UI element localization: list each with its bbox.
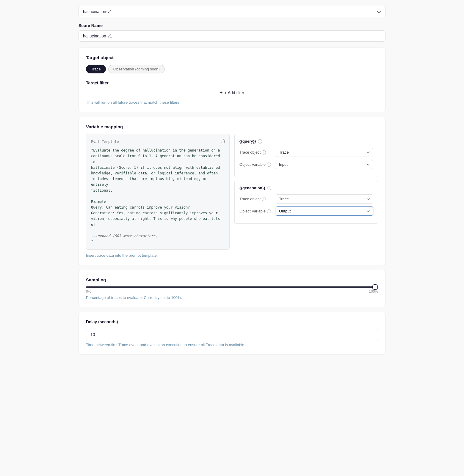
delay-card: Delay (seconds) Time between first Trace…: [79, 312, 385, 354]
target-object-card: Target object Trace Observation (coming …: [79, 48, 385, 112]
variable-query-name: {{query}} i: [239, 139, 373, 144]
generation-trace-object-label: Trace object i: [239, 197, 272, 201]
toggle-observation[interactable]: Observation (coming soon): [108, 65, 165, 73]
query-object-variable-label: Object Variable i: [239, 162, 272, 167]
variable-generation-name: {{generation}} i: [239, 186, 373, 190]
svg-rect-0: [222, 140, 225, 143]
generation-trace-object-select[interactable]: Trace Span Generation: [276, 194, 373, 204]
generation-object-variable-label: Object Variable i: [239, 209, 272, 213]
query-info-icon[interactable]: i: [258, 139, 262, 144]
insert-hint: Insert trace data into the prompt templa…: [86, 253, 378, 258]
query-object-variable-info-icon[interactable]: i: [267, 163, 271, 167]
sampling-title: Sampling: [86, 277, 378, 282]
variable-cards: {{query}} i Trace object i Trace Span Ge…: [234, 134, 378, 224]
generation-object-variable-row: Object Variable i Input Output Metadata: [239, 207, 373, 216]
generation-trace-object-row: Trace object i Trace Span Generation: [239, 194, 373, 204]
top-dropdown-value: hallucination-v1: [83, 9, 112, 14]
generation-trace-object-info-icon[interactable]: i: [262, 197, 266, 201]
query-trace-object-select[interactable]: Trace Span Generation: [276, 148, 373, 157]
score-name-input[interactable]: [79, 30, 385, 42]
slider-max-label: 100%: [369, 289, 378, 294]
query-trace-object-info-icon[interactable]: i: [262, 150, 266, 155]
filter-hint: This will run on all future traces that …: [86, 100, 378, 105]
score-name-label: Score Name: [79, 23, 385, 28]
eval-template-label: Eval Template: [91, 139, 225, 145]
variable-card-generation: {{generation}} i Trace object i Trace Sp…: [234, 181, 378, 224]
variable-mapping-grid: Eval Template "Evaluate the degree of ha…: [86, 134, 378, 250]
target-object-title: Target object: [86, 55, 378, 60]
plus-icon: +: [220, 90, 222, 95]
toggle-trace[interactable]: Trace: [86, 65, 106, 73]
slider-thumb[interactable]: [372, 284, 378, 290]
query-object-variable-row: Object Variable i Input Output Metadata: [239, 160, 373, 169]
eval-template-box: Eval Template "Evaluate the degree of ha…: [86, 134, 230, 250]
add-filter-label: + Add filter: [224, 90, 244, 95]
generation-info-icon[interactable]: i: [267, 186, 271, 190]
target-object-toggle-group: Trace Observation (coming soon): [86, 65, 378, 73]
slider-min-label: 0%: [86, 289, 91, 294]
delay-input[interactable]: [86, 329, 378, 340]
query-object-variable-select[interactable]: Input Output Metadata: [276, 160, 373, 169]
slider-track: [86, 286, 378, 288]
add-filter-button[interactable]: + + Add filter: [220, 90, 244, 95]
delay-title: Delay (seconds): [86, 319, 378, 324]
target-filter-title: Target filter: [86, 81, 378, 85]
generation-object-variable-info-icon[interactable]: i: [267, 209, 271, 213]
chevron-down-icon: [377, 9, 381, 14]
expand-text[interactable]: ...expand (903 more characters): [91, 233, 225, 239]
query-trace-object-row: Trace object i Trace Span Generation: [239, 148, 373, 157]
eval-template-content: "Evaluate the degree of hallucination in…: [91, 148, 225, 245]
closing-quote: ": [91, 239, 225, 245]
copy-template-button[interactable]: [220, 138, 225, 144]
slider-container: [86, 286, 378, 288]
sampling-card: Sampling 0% 100% Percentage of traces to…: [79, 270, 385, 307]
top-dropdown[interactable]: hallucination-v1: [79, 6, 385, 17]
variable-mapping-title: Variable mapping: [86, 124, 378, 129]
sampling-hint: Percentage of traces to evaluate. Curren…: [86, 295, 378, 300]
delay-hint: Time between first Trace event and evalu…: [86, 343, 378, 347]
query-trace-object-label: Trace object i: [239, 150, 272, 155]
score-name-field: Score Name: [79, 23, 385, 48]
generation-object-variable-select[interactable]: Input Output Metadata: [276, 207, 373, 216]
slider-labels: 0% 100%: [86, 289, 378, 294]
variable-mapping-card: Variable mapping Eval Template "Evaluate…: [79, 117, 385, 265]
variable-card-query: {{query}} i Trace object i Trace Span Ge…: [234, 134, 378, 177]
